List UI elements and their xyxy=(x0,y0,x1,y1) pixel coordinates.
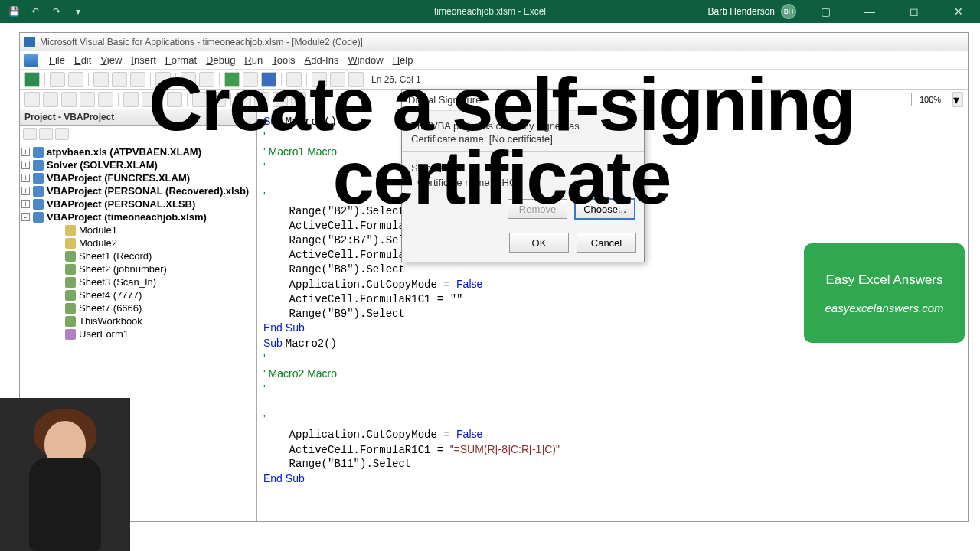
quick-info-icon[interactable] xyxy=(61,92,77,107)
menu-debug[interactable]: Debug xyxy=(201,53,240,67)
vba-toolbar-standard: Ln 26, Col 1 xyxy=(20,70,968,90)
close-icon[interactable]: ✕ xyxy=(619,93,638,107)
tree-item[interactable]: Sheet1 (Record) xyxy=(21,249,255,262)
prev-bookmark-icon[interactable] xyxy=(273,92,288,107)
redo-icon[interactable] xyxy=(199,72,214,87)
tree-item[interactable]: Sheet7 (6666) xyxy=(21,302,255,315)
tree-item[interactable]: +VBAProject (PERSONAL (Recovered).xlsb) xyxy=(21,184,255,197)
tree-item[interactable]: ThisWorkbook xyxy=(21,315,255,328)
maximize-icon[interactable]: ◻ xyxy=(899,0,929,23)
comment-icon[interactable] xyxy=(192,92,207,107)
breakpoint-icon[interactable] xyxy=(167,92,182,107)
find-icon[interactable] xyxy=(155,72,171,87)
complete-word-icon[interactable] xyxy=(98,92,113,107)
list-properties-icon[interactable] xyxy=(24,92,40,107)
minimize-icon[interactable]: — xyxy=(854,0,885,23)
clear-bookmarks-icon[interactable] xyxy=(291,92,306,107)
tree-icon xyxy=(65,225,76,236)
menu-add-ins[interactable]: Add-Ins xyxy=(300,53,344,67)
view-excel-icon[interactable] xyxy=(24,72,40,87)
tree-item[interactable]: +atpvbaen.xls (ATPVBAEN.XLAM) xyxy=(21,145,255,158)
menu-view[interactable]: View xyxy=(96,53,126,67)
expand-icon[interactable]: + xyxy=(21,161,30,169)
ribbon-options-icon[interactable]: ▢ xyxy=(810,0,841,23)
tree-item[interactable]: Sheet3 (Scan_In) xyxy=(21,276,255,289)
undo-icon[interactable]: ↶ xyxy=(29,5,41,18)
copy-icon[interactable] xyxy=(112,72,127,87)
tree-label: Solver (SOLVER.XLAM) xyxy=(47,159,158,171)
vba-titlebar: Microsoft Visual Basic for Applications … xyxy=(20,33,968,51)
close-icon[interactable]: ✕ xyxy=(943,0,974,23)
tree-icon xyxy=(65,264,76,275)
dialog-text-1: The VBA project is currently signed as xyxy=(411,120,635,132)
next-bookmark-icon[interactable] xyxy=(254,92,270,107)
choose-button[interactable]: Choose... xyxy=(575,199,635,219)
user-name: Barb Henderson xyxy=(708,6,775,17)
indent-icon[interactable] xyxy=(123,92,139,107)
tree-icon xyxy=(65,277,76,288)
menu-run[interactable]: Run xyxy=(240,53,267,67)
zoom-dropdown-icon[interactable]: ▾ xyxy=(952,92,963,107)
cut-icon[interactable] xyxy=(93,72,109,87)
certificate-name: Certificate name: BHC xyxy=(411,177,635,188)
tree-item[interactable]: UserForm1 xyxy=(21,328,255,341)
outdent-icon[interactable] xyxy=(142,92,157,107)
menu-insert[interactable]: Insert xyxy=(126,53,161,67)
run-icon[interactable] xyxy=(224,72,240,87)
project-pane-title: Project - VBAProject xyxy=(20,109,256,126)
object-browser-icon[interactable] xyxy=(348,72,364,87)
tree-icon xyxy=(65,238,76,249)
bookmark-icon[interactable] xyxy=(236,92,251,107)
parameter-info-icon[interactable] xyxy=(80,92,95,107)
tree-item[interactable]: Sheet4 (7777) xyxy=(21,289,255,302)
cancel-button[interactable]: Cancel xyxy=(577,233,636,253)
save-icon[interactable] xyxy=(68,72,83,87)
tree-icon xyxy=(65,290,76,301)
paste-icon[interactable] xyxy=(130,72,145,87)
redo-icon[interactable]: ↷ xyxy=(51,5,63,18)
help-icon[interactable]: ? xyxy=(601,93,619,106)
expand-icon[interactable]: + xyxy=(21,148,30,156)
ok-button[interactable]: OK xyxy=(509,233,569,253)
menu-window[interactable]: Window xyxy=(343,53,387,67)
tree-item[interactable]: Sheet2 (jobnumber) xyxy=(21,262,255,276)
view-object-icon[interactable] xyxy=(39,128,53,140)
list-constants-icon[interactable] xyxy=(43,92,58,107)
break-icon[interactable] xyxy=(243,72,258,87)
tree-item[interactable]: -VBAProject (timeoneachjob.xlsm) xyxy=(21,210,255,223)
tree-item[interactable]: Module2 xyxy=(21,236,255,249)
user-account[interactable]: Barb Henderson BH xyxy=(708,4,796,19)
insert-icon[interactable] xyxy=(50,72,65,87)
expand-icon[interactable]: + xyxy=(21,200,30,208)
expand-icon[interactable]: + xyxy=(21,174,30,182)
remove-button: Remove xyxy=(508,199,567,219)
menu-help[interactable]: Help xyxy=(388,53,418,67)
expand-icon[interactable]: + xyxy=(21,187,30,195)
save-icon[interactable]: 💾 xyxy=(8,5,20,18)
project-explorer-icon[interactable] xyxy=(312,72,327,87)
tree-item[interactable]: +VBAProject (PERSONAL.XLSB) xyxy=(21,197,255,210)
view-code-icon[interactable] xyxy=(23,128,37,140)
vba-menubar: FileEditViewInsertFormatDebugRunToolsAdd… xyxy=(20,51,968,70)
design-mode-icon[interactable] xyxy=(286,72,302,87)
tree-icon xyxy=(33,212,44,223)
zoom-box[interactable]: 100% xyxy=(911,93,949,106)
menu-edit[interactable]: Edit xyxy=(70,53,96,67)
tree-item[interactable]: Module1 xyxy=(21,223,255,236)
tree-item[interactable]: +Solver (SOLVER.XLAM) xyxy=(21,158,255,171)
uncomment-icon[interactable] xyxy=(211,92,226,107)
menu-tools[interactable]: Tools xyxy=(267,53,299,67)
undo-icon[interactable] xyxy=(181,72,196,87)
properties-icon[interactable] xyxy=(330,72,345,87)
expand-icon[interactable]: - xyxy=(21,213,30,221)
qat-dropdown-icon[interactable]: ▾ xyxy=(72,5,84,18)
digital-signature-dialog: Digital Signature ? ✕ The VBA project is… xyxy=(401,89,645,262)
menu-file[interactable]: File xyxy=(44,53,70,67)
toggle-folders-icon[interactable] xyxy=(55,128,69,140)
vba-app-icon xyxy=(24,37,35,47)
reset-icon[interactable] xyxy=(261,72,276,87)
tree-label: atpvbaen.xls (ATPVBAEN.XLAM) xyxy=(47,146,201,158)
tree-label: VBAProject (PERSONAL.XLSB) xyxy=(47,198,195,210)
menu-format[interactable]: Format xyxy=(161,53,201,67)
tree-item[interactable]: +VBAProject (FUNCRES.XLAM) xyxy=(21,171,255,184)
